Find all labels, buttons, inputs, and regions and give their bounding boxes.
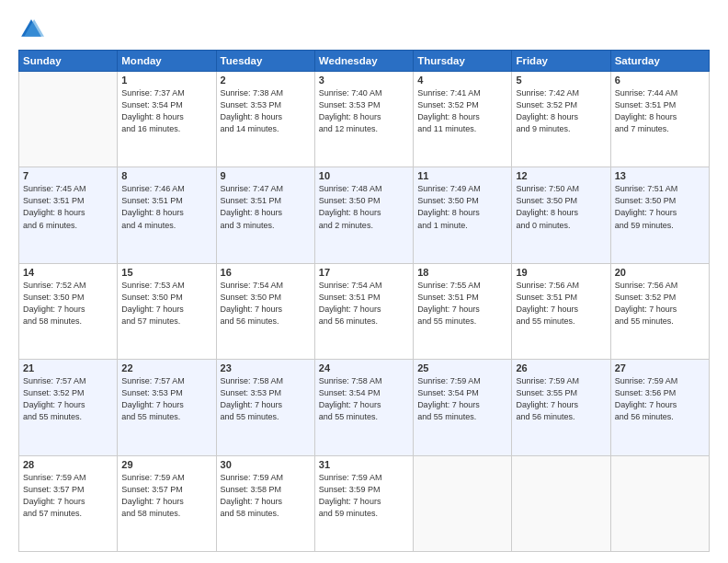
- calendar-cell: 22Sunrise: 7:57 AM Sunset: 3:53 PM Dayli…: [118, 360, 216, 455]
- week-row-0: 1Sunrise: 7:37 AM Sunset: 3:54 PM Daylig…: [19, 72, 710, 167]
- day-number: 12: [516, 170, 606, 181]
- day-info: Sunrise: 7:49 AM Sunset: 3:50 PM Dayligh…: [417, 183, 507, 231]
- day-info: Sunrise: 7:46 AM Sunset: 3:51 PM Dayligh…: [121, 183, 211, 231]
- day-number: 6: [615, 75, 705, 86]
- day-info: Sunrise: 7:59 AM Sunset: 3:54 PM Dayligh…: [417, 375, 507, 423]
- calendar-cell: [610, 455, 709, 551]
- day-info: Sunrise: 7:56 AM Sunset: 3:51 PM Dayligh…: [516, 280, 606, 327]
- logo-icon: [18, 17, 44, 42]
- day-number: 24: [319, 362, 409, 373]
- calendar-cell: [19, 72, 118, 167]
- day-info: Sunrise: 7:45 AM Sunset: 3:51 PM Dayligh…: [23, 183, 113, 231]
- calendar-cell: 2Sunrise: 7:38 AM Sunset: 3:53 PM Daylig…: [216, 72, 314, 167]
- day-info: Sunrise: 7:37 AM Sunset: 3:54 PM Dayligh…: [121, 87, 211, 135]
- col-header-saturday: Saturday: [610, 51, 709, 72]
- day-number: 26: [516, 362, 606, 373]
- calendar-cell: 10Sunrise: 7:48 AM Sunset: 3:50 PM Dayli…: [314, 167, 413, 263]
- day-number: 22: [121, 362, 211, 373]
- calendar-cell: 30Sunrise: 7:59 AM Sunset: 3:58 PM Dayli…: [216, 455, 314, 551]
- day-number: 16: [221, 267, 311, 278]
- day-number: 7: [23, 170, 113, 181]
- day-number: 8: [121, 170, 211, 181]
- day-info: Sunrise: 7:40 AM Sunset: 3:53 PM Dayligh…: [319, 87, 409, 135]
- day-info: Sunrise: 7:47 AM Sunset: 3:51 PM Dayligh…: [221, 183, 311, 231]
- calendar-table: SundayMondayTuesdayWednesdayThursdayFrid…: [18, 50, 710, 552]
- day-info: Sunrise: 7:51 AM Sunset: 3:50 PM Dayligh…: [615, 183, 705, 231]
- day-number: 4: [417, 75, 507, 86]
- day-number: 25: [417, 362, 507, 373]
- calendar-cell: 27Sunrise: 7:59 AM Sunset: 3:56 PM Dayli…: [610, 360, 709, 455]
- day-info: Sunrise: 7:55 AM Sunset: 3:51 PM Dayligh…: [417, 280, 507, 327]
- day-number: 15: [121, 267, 211, 278]
- calendar-cell: 9Sunrise: 7:47 AM Sunset: 3:51 PM Daylig…: [216, 167, 314, 263]
- day-number: 19: [516, 267, 606, 278]
- day-number: 3: [319, 75, 409, 86]
- day-info: Sunrise: 7:44 AM Sunset: 3:51 PM Dayligh…: [615, 87, 705, 135]
- calendar-cell: 8Sunrise: 7:46 AM Sunset: 3:51 PM Daylig…: [118, 167, 216, 263]
- day-info: Sunrise: 7:42 AM Sunset: 3:52 PM Dayligh…: [516, 87, 606, 135]
- calendar-cell: 23Sunrise: 7:58 AM Sunset: 3:53 PM Dayli…: [216, 360, 314, 455]
- day-number: 29: [121, 459, 211, 470]
- day-number: 23: [221, 362, 311, 373]
- col-header-wednesday: Wednesday: [314, 51, 413, 72]
- day-info: Sunrise: 7:50 AM Sunset: 3:50 PM Dayligh…: [516, 183, 606, 231]
- calendar-cell: 11Sunrise: 7:49 AM Sunset: 3:50 PM Dayli…: [414, 167, 512, 263]
- col-header-friday: Friday: [512, 51, 610, 72]
- calendar-cell: [512, 455, 610, 551]
- day-info: Sunrise: 7:54 AM Sunset: 3:50 PM Dayligh…: [221, 280, 311, 327]
- col-header-tuesday: Tuesday: [216, 51, 314, 72]
- day-info: Sunrise: 7:59 AM Sunset: 3:57 PM Dayligh…: [121, 472, 211, 520]
- calendar-cell: 4Sunrise: 7:41 AM Sunset: 3:52 PM Daylig…: [414, 72, 512, 167]
- week-row-2: 14Sunrise: 7:52 AM Sunset: 3:50 PM Dayli…: [19, 263, 710, 359]
- day-number: 21: [23, 362, 113, 373]
- day-number: 17: [319, 267, 409, 278]
- calendar-cell: 28Sunrise: 7:59 AM Sunset: 3:57 PM Dayli…: [19, 455, 118, 551]
- day-info: Sunrise: 7:59 AM Sunset: 3:56 PM Dayligh…: [615, 375, 705, 423]
- col-header-thursday: Thursday: [414, 51, 512, 72]
- day-info: Sunrise: 7:53 AM Sunset: 3:50 PM Dayligh…: [121, 280, 211, 327]
- day-info: Sunrise: 7:41 AM Sunset: 3:52 PM Dayligh…: [417, 87, 507, 135]
- calendar-cell: 25Sunrise: 7:59 AM Sunset: 3:54 PM Dayli…: [414, 360, 512, 455]
- header: [18, 17, 710, 42]
- calendar-cell: 19Sunrise: 7:56 AM Sunset: 3:51 PM Dayli…: [512, 263, 610, 359]
- calendar-cell: 6Sunrise: 7:44 AM Sunset: 3:51 PM Daylig…: [610, 72, 709, 167]
- day-info: Sunrise: 7:56 AM Sunset: 3:52 PM Dayligh…: [615, 280, 705, 327]
- day-number: 14: [23, 267, 113, 278]
- day-info: Sunrise: 7:58 AM Sunset: 3:53 PM Dayligh…: [221, 375, 311, 423]
- day-number: 27: [615, 362, 705, 373]
- calendar-cell: 12Sunrise: 7:50 AM Sunset: 3:50 PM Dayli…: [512, 167, 610, 263]
- col-header-sunday: Sunday: [19, 51, 118, 72]
- calendar-cell: 5Sunrise: 7:42 AM Sunset: 3:52 PM Daylig…: [512, 72, 610, 167]
- day-info: Sunrise: 7:59 AM Sunset: 3:57 PM Dayligh…: [23, 472, 113, 520]
- day-number: 18: [417, 267, 507, 278]
- calendar-header-row: SundayMondayTuesdayWednesdayThursdayFrid…: [19, 51, 710, 72]
- calendar-cell: 31Sunrise: 7:59 AM Sunset: 3:59 PM Dayli…: [314, 455, 413, 551]
- day-number: 1: [121, 75, 211, 86]
- day-number: 28: [23, 459, 113, 470]
- day-info: Sunrise: 7:59 AM Sunset: 3:58 PM Dayligh…: [221, 472, 311, 520]
- logo: [18, 17, 48, 42]
- day-number: 30: [221, 459, 311, 470]
- day-number: 20: [615, 267, 705, 278]
- day-info: Sunrise: 7:58 AM Sunset: 3:54 PM Dayligh…: [319, 375, 409, 423]
- day-number: 2: [221, 75, 311, 86]
- calendar-cell: 26Sunrise: 7:59 AM Sunset: 3:55 PM Dayli…: [512, 360, 610, 455]
- page: SundayMondayTuesdayWednesdayThursdayFrid…: [0, 0, 728, 563]
- day-number: 11: [417, 170, 507, 181]
- day-info: Sunrise: 7:52 AM Sunset: 3:50 PM Dayligh…: [23, 280, 113, 327]
- day-number: 10: [319, 170, 409, 181]
- calendar-cell: 20Sunrise: 7:56 AM Sunset: 3:52 PM Dayli…: [610, 263, 709, 359]
- day-info: Sunrise: 7:57 AM Sunset: 3:52 PM Dayligh…: [23, 375, 113, 423]
- calendar-cell: 1Sunrise: 7:37 AM Sunset: 3:54 PM Daylig…: [118, 72, 216, 167]
- calendar-cell: 16Sunrise: 7:54 AM Sunset: 3:50 PM Dayli…: [216, 263, 314, 359]
- week-row-4: 28Sunrise: 7:59 AM Sunset: 3:57 PM Dayli…: [19, 455, 710, 551]
- day-number: 9: [221, 170, 311, 181]
- day-number: 13: [615, 170, 705, 181]
- day-info: Sunrise: 7:59 AM Sunset: 3:55 PM Dayligh…: [516, 375, 606, 423]
- day-info: Sunrise: 7:54 AM Sunset: 3:51 PM Dayligh…: [319, 280, 409, 327]
- calendar-cell: 13Sunrise: 7:51 AM Sunset: 3:50 PM Dayli…: [610, 167, 709, 263]
- day-info: Sunrise: 7:59 AM Sunset: 3:59 PM Dayligh…: [319, 472, 409, 520]
- calendar-cell: 14Sunrise: 7:52 AM Sunset: 3:50 PM Dayli…: [19, 263, 118, 359]
- calendar-cell: 18Sunrise: 7:55 AM Sunset: 3:51 PM Dayli…: [414, 263, 512, 359]
- calendar-cell: 3Sunrise: 7:40 AM Sunset: 3:53 PM Daylig…: [314, 72, 413, 167]
